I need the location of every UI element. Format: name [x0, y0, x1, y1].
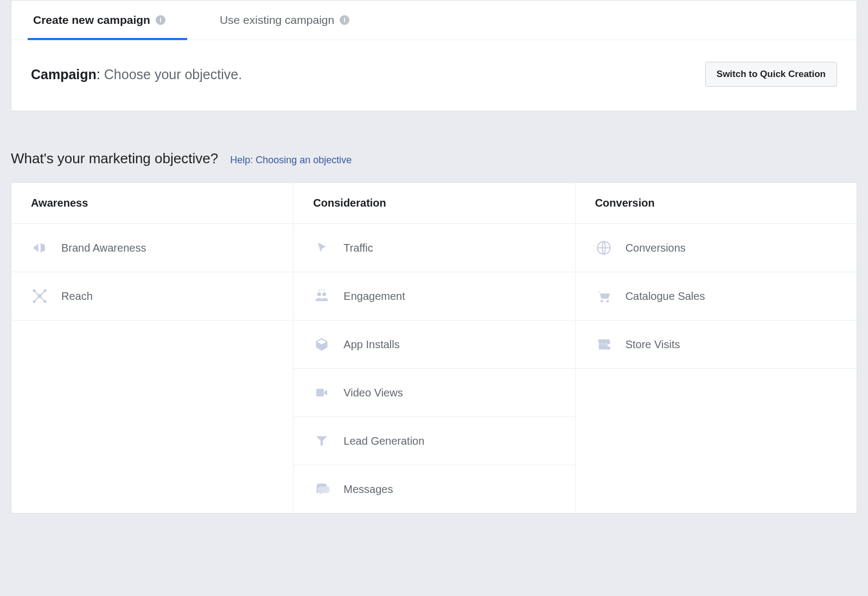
svg-point-12: [601, 300, 603, 303]
reach-icon: [31, 287, 48, 305]
objective-lead-generation[interactable]: Lead Generation: [293, 417, 575, 465]
svg-point-5: [317, 292, 321, 296]
svg-rect-10: [316, 389, 324, 396]
campaign-header-card: Create new campaign i Use existing campa…: [11, 0, 857, 111]
objective-label: App Installs: [343, 338, 399, 351]
people-icon: [313, 287, 330, 305]
info-icon[interactable]: i: [340, 15, 349, 25]
campaign-subtitle: Choose your objective.: [104, 67, 242, 82]
help-link[interactable]: Help: Choosing an objective: [230, 155, 352, 166]
column-header: Awareness: [11, 183, 293, 224]
objective-label: Conversions: [626, 242, 686, 254]
video-icon: [313, 384, 330, 401]
objective-traffic[interactable]: Traffic: [293, 224, 575, 272]
megaphone-icon: [31, 239, 48, 257]
funnel-icon: [313, 432, 330, 450]
tab-label: Use existing campaign: [220, 14, 334, 27]
objective-label: Brand Awareness: [61, 242, 146, 254]
tab-use-existing-campaign[interactable]: Use existing campaign i: [220, 1, 349, 40]
objective-label: Catalogue Sales: [626, 290, 705, 303]
objective-reach[interactable]: Reach: [11, 272, 293, 321]
objective-video-views[interactable]: Video Views: [293, 369, 575, 417]
column-consideration: Consideration Traffic Engagement App Ins…: [293, 183, 575, 513]
objective-engagement[interactable]: Engagement: [293, 272, 575, 321]
objective-brand-awareness[interactable]: Brand Awareness: [11, 224, 293, 272]
objective-label: Messages: [343, 483, 393, 496]
objective-label: Reach: [61, 290, 93, 303]
tab-label: Create new campaign: [33, 14, 150, 27]
marketing-objective-question: What's your marketing objective?: [11, 150, 218, 167]
objective-label: Traffic: [343, 242, 373, 254]
objective-catalogue-sales[interactable]: Catalogue Sales: [576, 272, 857, 321]
column-awareness: Awareness Brand Awareness Reach: [11, 183, 293, 513]
objective-store-visits[interactable]: Store Visits: [576, 321, 857, 369]
objective-label: Video Views: [343, 387, 403, 399]
column-header: Conversion: [576, 183, 857, 224]
store-icon: [595, 336, 612, 353]
campaign-row: Campaign: Choose your objective. Switch …: [11, 40, 857, 111]
cart-icon: [595, 287, 612, 305]
objective-app-installs[interactable]: App Installs: [293, 321, 575, 369]
objective-label: Store Visits: [626, 338, 680, 351]
tabs: Create new campaign i Use existing campa…: [11, 1, 857, 40]
objective-messages[interactable]: Messages: [293, 465, 575, 513]
objectives-card: Awareness Brand Awareness Reach Consider…: [11, 182, 857, 514]
objective-label: Engagement: [343, 290, 405, 303]
objective-label: Lead Generation: [343, 435, 424, 447]
chat-icon: [313, 480, 330, 498]
svg-point-8: [321, 290, 322, 291]
switch-to-quick-creation-button[interactable]: Switch to Quick Creation: [705, 62, 837, 87]
globe-icon: [595, 239, 612, 257]
svg-point-7: [318, 290, 320, 291]
box-icon: [313, 336, 330, 353]
campaign-label: Campaign: [31, 67, 97, 82]
svg-point-9: [324, 290, 325, 291]
objective-conversions[interactable]: Conversions: [576, 224, 857, 272]
question-row: What's your marketing objective? Help: C…: [11, 150, 857, 167]
svg-point-6: [322, 292, 326, 296]
campaign-title: Campaign: Choose your objective.: [31, 67, 242, 82]
tab-create-new-campaign[interactable]: Create new campaign i: [33, 1, 165, 40]
column-conversion: Conversion Conversions Catalogue Sales S…: [575, 183, 857, 513]
info-icon[interactable]: i: [156, 15, 165, 25]
svg-point-14: [607, 347, 610, 350]
svg-point-13: [606, 300, 609, 303]
column-header: Consideration: [293, 183, 575, 224]
cursor-icon: [313, 239, 330, 257]
